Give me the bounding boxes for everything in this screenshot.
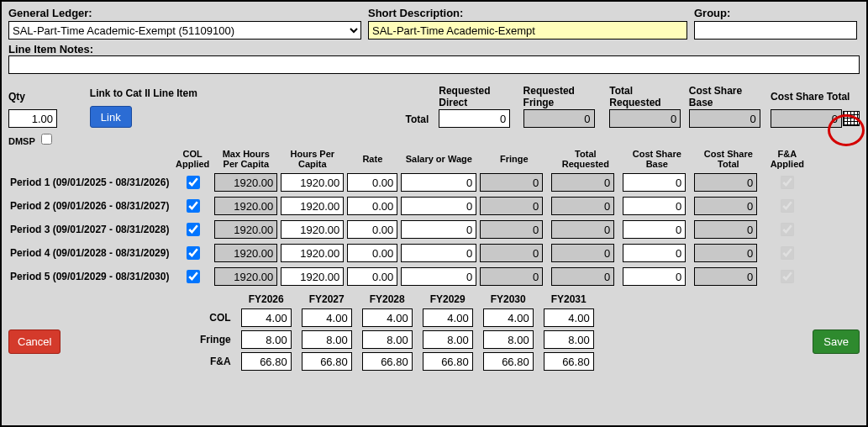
cost-share-base-input[interactable] [623, 197, 686, 215]
col-applied-checkbox[interactable] [187, 176, 200, 189]
fringe-input [480, 267, 543, 286]
hours-per-capita-input[interactable] [281, 173, 344, 192]
label-total-req: Total Requested [609, 84, 681, 109]
col-head-csb: Cost Share Base [621, 147, 692, 171]
cancel-button[interactable]: Cancel [8, 329, 60, 354]
fy-col-input[interactable] [302, 308, 352, 327]
fringe-input [480, 220, 543, 239]
rate-input[interactable] [347, 173, 397, 192]
period-row: Period 5 (09/01/2029 - 08/31/2030) [8, 265, 810, 288]
fy-header: FY2030 [478, 292, 539, 307]
salary-input[interactable] [401, 220, 476, 239]
fa-applied-checkbox [781, 176, 794, 189]
fy-fringe-input[interactable] [544, 330, 594, 349]
cost-share-total-input [694, 267, 757, 286]
cost-share-base-input[interactable] [623, 244, 686, 262]
label-general-ledger: General Ledger: [8, 7, 361, 19]
fy-fringe-input[interactable] [483, 330, 534, 349]
cost-share-base-input[interactable] [623, 173, 686, 192]
period-label: Period 3 (09/01/2027 - 08/31/2028) [8, 218, 172, 241]
fy-fa-input[interactable] [483, 352, 534, 371]
group-input[interactable] [694, 21, 857, 40]
dmsp-checkbox[interactable] [41, 134, 52, 145]
cost-share-base-input[interactable] [623, 220, 686, 239]
calculator-icon[interactable] [843, 111, 860, 126]
fy-col-input[interactable] [483, 308, 534, 327]
rate-input[interactable] [347, 197, 397, 215]
salary-input[interactable] [401, 244, 476, 262]
label-line-item-notes: Line Item Notes: [8, 43, 93, 55]
fy-fa-input[interactable] [362, 352, 413, 371]
fy-col-input[interactable] [241, 308, 292, 327]
fy-fringe-input[interactable] [423, 330, 473, 349]
rate-input[interactable] [347, 244, 397, 262]
label-req-direct: Requested Direct [439, 84, 516, 109]
fy-header: FY2028 [357, 292, 418, 307]
period-label: Period 1 (09/01/2025 - 08/31/2026) [8, 171, 172, 194]
cost-share-base-input[interactable] [623, 267, 686, 286]
fy-col-input[interactable] [544, 308, 594, 327]
period-label: Period 5 (09/01/2029 - 08/31/2030) [8, 265, 172, 288]
salary-input[interactable] [401, 197, 476, 215]
short-desc-input[interactable] [368, 21, 687, 40]
hours-per-capita-input[interactable] [281, 244, 344, 262]
line-item-notes-input[interactable] [8, 55, 860, 74]
fy-header: FY2031 [539, 292, 599, 307]
fa-applied-checkbox [781, 223, 794, 236]
fy-col-input[interactable] [423, 308, 473, 327]
fy-col-input[interactable] [362, 308, 413, 327]
rate-input[interactable] [347, 267, 397, 286]
col-applied-checkbox[interactable] [187, 270, 200, 283]
period-row: Period 4 (09/01/2028 - 08/31/2029) [8, 241, 810, 265]
max-hours-input [214, 220, 277, 239]
col-head-fringe: Fringe [478, 147, 550, 171]
fy-fa-input[interactable] [544, 352, 594, 371]
save-button[interactable]: Save [813, 329, 860, 354]
hours-per-capita-input[interactable] [281, 267, 344, 286]
fy-fa-input[interactable] [302, 352, 352, 371]
fy-fa-input[interactable] [241, 352, 292, 371]
budget-line-window: General Ledger: SAL-Part-Time Academic-E… [0, 0, 868, 427]
total-requested-input [551, 197, 614, 215]
fy-fringe-input[interactable] [302, 330, 352, 349]
qty-input[interactable] [8, 109, 57, 128]
hours-per-capita-input[interactable] [281, 197, 344, 215]
col-head-col-applied: COL Applied [172, 147, 213, 171]
fy-fa-input[interactable] [423, 352, 473, 371]
fy-row-label-fa: F&A [195, 351, 236, 372]
fy-row-label-col: COL [195, 307, 236, 329]
label-short-desc: Short Description: [368, 7, 687, 19]
max-hours-input [214, 244, 277, 262]
fy-header: FY2027 [297, 292, 357, 307]
total-requested-input [551, 267, 614, 286]
max-hours-input [214, 173, 277, 192]
rate-input[interactable] [347, 220, 397, 239]
fy-header: FY2029 [418, 292, 478, 307]
label-group: Group: [694, 7, 857, 19]
fy-header: FY2026 [236, 292, 297, 307]
fringe-input [480, 197, 543, 215]
col-applied-checkbox[interactable] [187, 223, 200, 236]
period-label: Period 4 (09/01/2028 - 08/31/2029) [8, 241, 172, 265]
fy-row-label-fringe: Fringe [195, 329, 236, 351]
label-cs-base: Cost Share Base [689, 84, 764, 109]
hours-per-capita-input[interactable] [281, 220, 344, 239]
salary-input[interactable] [401, 173, 476, 192]
fy-fringe-input[interactable] [241, 330, 292, 349]
total-requested-input [551, 244, 614, 262]
col-applied-checkbox[interactable] [187, 199, 200, 213]
col-applied-checkbox[interactable] [187, 246, 200, 260]
label-req-fringe: Requested Fringe [523, 84, 603, 109]
requested-direct-total[interactable] [439, 109, 510, 128]
fa-applied-checkbox [781, 270, 794, 283]
col-head-totreq: Total Requested [550, 147, 621, 171]
cost-share-base-total [689, 109, 760, 128]
period-row: Period 3 (09/01/2027 - 08/31/2028) [8, 218, 810, 241]
link-button[interactable]: Link [90, 106, 132, 128]
max-hours-input [214, 197, 277, 215]
fy-fringe-input[interactable] [362, 330, 413, 349]
label-qty: Qty [8, 84, 25, 109]
salary-input[interactable] [401, 267, 476, 286]
general-ledger-select[interactable]: SAL-Part-Time Academic-Exempt (51109100) [8, 21, 361, 40]
fringe-input [480, 244, 543, 262]
